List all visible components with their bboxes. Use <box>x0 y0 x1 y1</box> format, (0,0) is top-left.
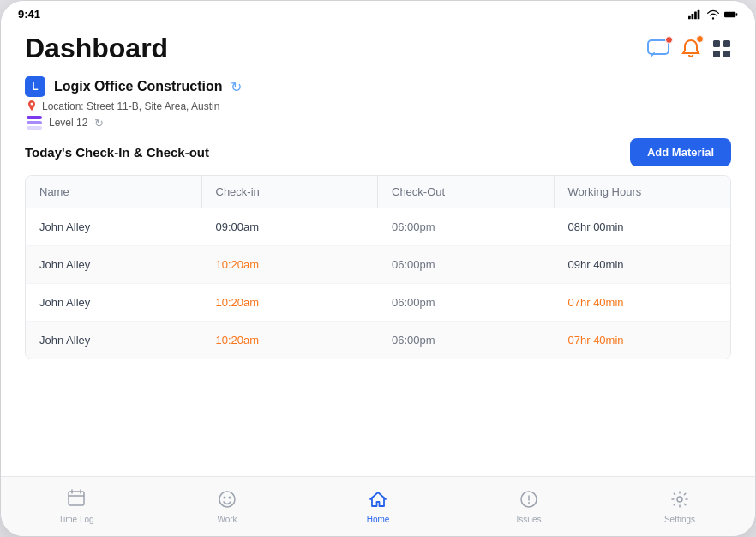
add-material-button[interactable]: Add Material <box>630 138 731 166</box>
project-refresh-icon[interactable]: ↻ <box>231 79 242 95</box>
col-checkin: Check-in <box>202 176 379 208</box>
cell-name: John Alley <box>26 322 202 359</box>
svg-point-13 <box>219 492 235 507</box>
nav-settings[interactable]: Settings <box>604 490 755 524</box>
main-content: Dashboard <box>1 24 755 359</box>
cell-checkin: 10:20am <box>202 284 379 321</box>
status-time: 9:41 <box>18 8 40 21</box>
wifi-icon <box>706 9 720 20</box>
notification-button[interactable] <box>681 39 700 59</box>
chat-button[interactable] <box>647 39 669 58</box>
home-icon <box>369 490 387 512</box>
cell-name: John Alley <box>26 246 202 283</box>
nav-work-label: Work <box>217 515 237 524</box>
location-icon <box>27 100 37 112</box>
cell-checkout: 06:00pm <box>378 208 555 245</box>
bottom-nav: Time Log Work Home <box>1 476 755 536</box>
status-icons <box>688 9 738 20</box>
svg-rect-5 <box>736 13 738 15</box>
col-name: Name <box>26 176 202 208</box>
level-row: Level 12 ↻ <box>27 116 731 130</box>
nav-issues-label: Issues <box>517 515 542 524</box>
cell-hours: 09hr 40min <box>555 246 731 283</box>
battery-icon <box>724 9 738 20</box>
grid-icon <box>712 39 731 58</box>
header-row: Dashboard <box>25 33 731 64</box>
svg-point-18 <box>677 497 682 502</box>
svg-rect-12 <box>69 492 84 505</box>
chat-badge <box>665 36 673 44</box>
svg-point-17 <box>528 502 530 504</box>
table-row: John Alley 10:20am 06:00pm 07hr 40min <box>26 322 730 359</box>
notification-badge <box>696 35 704 43</box>
level-icon <box>27 116 42 130</box>
location-row: Location: Street 11-B, Site Area, Austin <box>27 100 731 112</box>
grid-button[interactable] <box>712 39 731 58</box>
svg-point-11 <box>31 103 33 106</box>
cell-checkout: 06:00pm <box>378 284 555 321</box>
level-bar-1 <box>27 116 42 119</box>
cell-hours: 08hr 00min <box>555 208 731 245</box>
svg-rect-7 <box>713 40 720 47</box>
signal-icon <box>688 9 702 20</box>
cell-checkin: 10:20am <box>202 246 379 283</box>
status-bar: 9:41 <box>1 1 755 24</box>
table-container: Name Check-in Check-Out Working Hours Jo… <box>25 175 731 359</box>
cell-checkout: 06:00pm <box>378 246 555 283</box>
svg-rect-8 <box>723 40 730 47</box>
cell-checkout: 06:00pm <box>378 322 555 359</box>
svg-point-15 <box>229 496 231 498</box>
svg-rect-2 <box>694 11 697 19</box>
issues-icon <box>519 490 538 512</box>
svg-rect-10 <box>723 51 730 57</box>
svg-rect-0 <box>688 15 691 19</box>
level-refresh-icon[interactable]: ↻ <box>94 117 104 130</box>
level-bar-2 <box>27 121 42 124</box>
nav-work[interactable]: Work <box>152 490 303 524</box>
checkin-header: Today's Check-In & Check-out Add Materia… <box>25 138 731 166</box>
header-actions <box>647 39 731 59</box>
cell-hours: 07hr 40min <box>555 284 731 321</box>
timelog-icon <box>67 489 86 512</box>
nav-home-label: Home <box>367 515 390 524</box>
col-checkout: Check-Out <box>378 176 555 208</box>
location-text: Location: Street 11-B, Site Area, Austin <box>42 100 219 112</box>
project-name-row: L Logix Office Construction ↻ <box>25 76 731 97</box>
nav-timelog[interactable]: Time Log <box>1 489 152 524</box>
project-section: L Logix Office Construction ↻ Location: … <box>25 76 731 130</box>
cell-name: John Alley <box>26 208 202 245</box>
svg-rect-9 <box>713 51 720 57</box>
settings-icon <box>670 490 689 512</box>
table-row: John Alley 09:00am 06:00pm 08hr 00min <box>26 208 730 246</box>
cell-hours: 07hr 40min <box>555 322 731 359</box>
svg-point-14 <box>224 496 226 498</box>
nav-settings-label: Settings <box>664 515 695 524</box>
nav-home[interactable]: Home <box>303 490 453 524</box>
svg-rect-1 <box>692 14 694 19</box>
cell-checkin: 09:00am <box>202 208 379 245</box>
page-title: Dashboard <box>25 33 168 64</box>
checkin-title: Today's Check-In & Check-out <box>25 145 209 160</box>
table-header: Name Check-in Check-Out Working Hours <box>26 176 730 208</box>
table-row: John Alley 10:20am 06:00pm 07hr 40min <box>26 284 730 322</box>
svg-rect-4 <box>724 11 735 17</box>
checkin-section: Today's Check-In & Check-out Add Materia… <box>25 138 731 359</box>
project-name: Logix Office Construction <box>54 79 222 94</box>
col-hours: Working Hours <box>555 176 731 208</box>
table-body: John Alley 09:00am 06:00pm 08hr 00min Jo… <box>26 208 730 359</box>
nav-timelog-label: Time Log <box>58 515 93 524</box>
svg-rect-3 <box>698 9 700 19</box>
nav-issues[interactable]: Issues <box>453 490 604 524</box>
table-row: John Alley 10:20am 06:00pm 09hr 40min <box>26 246 730 284</box>
project-logo: L <box>25 76 45 97</box>
cell-name: John Alley <box>26 284 202 321</box>
work-icon <box>218 490 237 512</box>
level-text: Level 12 <box>49 117 87 129</box>
level-bar-3 <box>27 126 42 130</box>
cell-checkin: 10:20am <box>202 322 379 359</box>
